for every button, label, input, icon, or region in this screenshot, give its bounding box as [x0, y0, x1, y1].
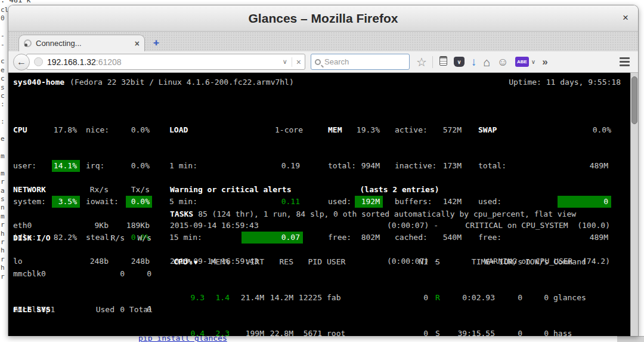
ior-cell: 0 [495, 292, 522, 304]
search-icon [315, 59, 321, 65]
abe-dropdown-chevron-icon[interactable]: ∨ [531, 58, 535, 65]
pid-cell: 12225 [293, 292, 322, 304]
new-tab-button[interactable]: + [153, 37, 159, 49]
swap-pct: 0.0% [593, 124, 611, 136]
pid-column-header: PID [293, 256, 322, 268]
tasks-summary-text: 85 (124 thr), 1 run, 84 slp, 0 oth sorte… [198, 208, 576, 220]
network-title: NETWORK [13, 184, 67, 196]
url-dropdown-chevron-icon[interactable]: ∨ [278, 58, 292, 66]
window-close-button[interactable]: × [623, 12, 628, 24]
tab-close-button[interactable]: × [135, 39, 140, 48]
task-row: 0.42.3199M22.8M5671root0S39:15.5500hass [174, 328, 618, 336]
url-bar[interactable]: 192.168.1.32 :61208 ∨ × [26, 54, 305, 70]
clipboard-glyph [439, 56, 447, 66]
mem-title: MEM [328, 124, 355, 136]
cpu-cell: 0.4 [174, 328, 205, 336]
label: active: [395, 124, 438, 136]
network-header: NETWORKRx/sTx/s [13, 184, 150, 196]
ior-column-header: IOR/s [495, 256, 522, 268]
url-port: :61208 [96, 57, 122, 67]
scrollbar-thumb[interactable] [631, 76, 637, 124]
bookmark-star-icon[interactable]: ☆ [416, 57, 427, 67]
pocket-chevron-glyph: ∨ [457, 57, 462, 67]
os-info: (Fedora 22 32bit / Linux 4.1.6-200.fc22.… [70, 78, 294, 87]
cpu-header-label: CPU% [174, 257, 192, 266]
home-icon[interactable]: ⌂ [483, 57, 490, 67]
status-column-header: S [428, 256, 440, 268]
background-text-fragment: . 481 k [1, 0, 31, 4]
background-corner [617, 336, 644, 342]
search-box[interactable] [311, 54, 410, 70]
tab-strip: Connecting... × + [8, 32, 638, 51]
filesystem-panel: FILE SYSUsedTotal /3.38G6.29G /boot277M4… [13, 280, 153, 336]
time-column-header: TIME+ [440, 256, 495, 268]
task-row: 9.31.421.4M14.2M12225fab0R0:02.9300glanc… [174, 292, 618, 304]
search-input[interactable] [324, 57, 396, 66]
pip-install-link[interactable]: pip install glances [138, 336, 227, 342]
res-cell: 22.8M [264, 328, 293, 336]
overflow-chevrons-icon[interactable]: » [542, 57, 547, 67]
sort-arrow-icon: ▼ [194, 259, 197, 266]
mem-row: MEM19.3%active:572M [328, 124, 462, 136]
core-count: 1-core [275, 124, 303, 136]
rx-header: Rx/s [67, 184, 109, 196]
disk-title: DISK I/O [13, 232, 79, 244]
fs-title: FILE SYS [13, 304, 79, 316]
load-title-row: LOAD1-core [169, 124, 303, 136]
window-titlebar[interactable]: Glances – Mozilla Firefox × [8, 5, 638, 32]
user-cell: root [322, 328, 411, 336]
tab-connecting[interactable]: Connecting... × [18, 35, 145, 51]
mem-cell: 1.4 [205, 292, 230, 304]
background-bottom-strip: pip install glances [0, 336, 644, 342]
url-host: 192.168.1.32 [47, 57, 96, 67]
virt-cell: 21.4M [230, 292, 264, 304]
total-header: Total [114, 304, 153, 316]
res-cell: 14.2M [264, 292, 293, 304]
alerts-count: (lasts 2 entries) [360, 184, 439, 196]
site-identity-globe-icon [34, 57, 43, 66]
tab-title: Connecting... [36, 39, 135, 48]
clipboard-icon[interactable] [439, 56, 447, 67]
hostname-line: sys040-home(Fedora 22 32bit / Linux 4.1.… [13, 76, 294, 88]
scrollbar-track[interactable] [630, 73, 638, 336]
cpu-row: CPU17.8%nice:0.0% [13, 124, 155, 136]
cpu-cell: 9.3 [174, 292, 205, 304]
mem-cell: 2.3 [205, 328, 230, 336]
tasks-title: TASKS [170, 208, 193, 220]
pocket-icon[interactable]: ∨ [454, 57, 465, 67]
status-cell: S [428, 328, 440, 336]
process-table: CPU%▼ MEM% VIRT RES PID USER NI S TIME+ … [174, 232, 618, 336]
firefox-window: Glances – Mozilla Firefox × Connecting..… [8, 5, 639, 336]
mem-pct: 19.3% [355, 124, 383, 136]
command-cell: hass [549, 328, 572, 336]
stop-button[interactable]: × [292, 57, 301, 67]
value: 0.0% [126, 124, 152, 136]
back-button[interactable]: ← [13, 54, 30, 70]
iow-cell: 0 [522, 328, 549, 336]
swap-title: SWAP [478, 124, 497, 136]
loading-spinner-icon [24, 39, 32, 47]
status-cell: R [428, 292, 440, 304]
alert-row: 2015-09-14 16:59:43(0:00:07) -CRITICAL o… [170, 220, 610, 232]
command-column-header: Command [549, 256, 586, 268]
glances-header: sys040-home(Fedora 22 32bit / Linux 4.1.… [13, 76, 621, 88]
time-cell: 0:02.93 [440, 292, 495, 304]
disk-row: mmcblk000 [13, 268, 151, 280]
ior-cell: 0 [495, 328, 522, 336]
load-title: LOAD [169, 124, 188, 136]
abe-extension-icon[interactable]: ABE [515, 57, 529, 67]
tx-header: Tx/s [109, 184, 150, 196]
ni-cell: 0 [411, 292, 428, 304]
process-table-header: CPU%▼ MEM% VIRT RES PID USER NI S TIME+ … [174, 256, 618, 268]
toolbar-separator [432, 56, 433, 68]
smiley-extension-icon[interactable]: ☺ [497, 57, 509, 67]
mem-column-header: MEM% [205, 256, 230, 268]
cpu-column-header: CPU%▼ [174, 256, 205, 268]
download-icon[interactable]: ↓ [471, 57, 477, 67]
menu-hamburger-icon[interactable] [620, 57, 630, 66]
fs-header: FILE SYSUsedTotal [13, 304, 153, 316]
alert-timestamp: 2015-09-14 16:59:43 [170, 220, 259, 232]
write-header: W/s [125, 232, 151, 244]
window-title: Glances – Mozilla Firefox [249, 11, 398, 26]
virt-column-header: VIRT [230, 256, 264, 268]
